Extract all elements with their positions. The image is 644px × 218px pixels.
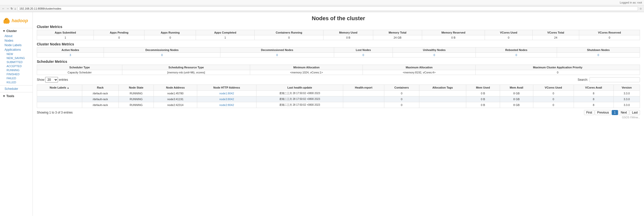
last-button[interactable]: Last: [630, 110, 640, 115]
sidebar-item-about[interactable]: About: [0, 34, 33, 38]
sidebar-item-killed[interactable]: KILLED: [0, 80, 33, 84]
val-vcores-reserved: 0: [579, 35, 640, 40]
search-label: Search:: [578, 78, 588, 81]
col-node-http-address[interactable]: Node HTTP Address: [197, 85, 256, 91]
val-unhealthy-nodes[interactable]: 0: [393, 53, 476, 58]
cell-last-health-update: 星期二三月 28 17:50:02 +0800 2023: [256, 102, 343, 108]
cell-node-address: node2:42314: [154, 102, 197, 108]
sidebar-item-accepted[interactable]: ACCEPTED: [0, 64, 33, 68]
col-node-labels[interactable]: Node Labels ▲: [37, 85, 82, 91]
page-1-button[interactable]: 1: [612, 110, 618, 115]
val-apps-submitted: 1: [37, 35, 94, 40]
sidebar-item-failed[interactable]: FAILED: [0, 76, 33, 80]
cell-mem-used: 0 B: [466, 91, 500, 96]
sidebar-item-submitted[interactable]: SUBMITTED: [0, 60, 33, 64]
col-vcores-used[interactable]: VCores Used: [533, 85, 574, 91]
nodes-controls: Show 10 20 25 50 100 entries Search:: [37, 77, 640, 83]
val-rebooted-nodes[interactable]: 0: [476, 53, 557, 58]
col-apps-submitted: Apps Submitted: [37, 30, 94, 35]
cell-mem-avail: 8 GB: [500, 96, 533, 102]
next-button[interactable]: Next: [619, 110, 629, 115]
col-vcores-avail[interactable]: VCores Avail: [574, 85, 613, 91]
col-apps-completed: Apps Completed: [196, 30, 254, 35]
sidebar-item-new[interactable]: NEW: [0, 52, 33, 56]
col-mem-avail[interactable]: Mem Avail: [500, 85, 533, 91]
col-containers-running: Containers Running: [254, 30, 323, 35]
sidebar-item-new-saving[interactable]: NEW_SAVING: [0, 56, 33, 60]
forward-icon[interactable]: →: [6, 7, 9, 10]
entries-label: entries: [59, 78, 68, 81]
val-apps-pending: 0: [94, 35, 144, 40]
first-button[interactable]: First: [584, 110, 594, 115]
col-node-state[interactable]: Node State: [119, 85, 154, 91]
svg-point-1: [5, 18, 9, 21]
cluster-nodes-metrics-title: Cluster Nodes Metrics: [37, 42, 640, 46]
sidebar-item-applications[interactable]: Applications: [0, 47, 33, 52]
col-rebooted-nodes: Rebooted Nodes: [476, 47, 557, 53]
col-rack[interactable]: Rack: [82, 85, 119, 91]
col-allocation-tags[interactable]: Allocation Tags: [419, 85, 466, 91]
val-decommissioning-nodes[interactable]: 0: [104, 53, 220, 58]
col-version[interactable]: Version: [613, 85, 640, 91]
val-memory-used: 0 B: [324, 35, 373, 40]
col-node-address[interactable]: Node Address: [154, 85, 197, 91]
col-unhealthy-nodes: Unhealthy Nodes: [393, 47, 476, 53]
search-input[interactable]: [590, 77, 640, 82]
col-mem-used[interactable]: Mem Used: [466, 85, 500, 91]
col-health-report[interactable]: Health-report: [343, 85, 384, 91]
col-decommissioning-nodes: Decommissioning Nodes: [104, 47, 220, 53]
val-memory-reserved: 0 B: [422, 35, 485, 40]
previous-button[interactable]: Previous: [595, 110, 611, 115]
cell-node-http-address[interactable]: node3:8042: [197, 96, 256, 102]
logo-area: hadoop: [0, 14, 33, 28]
cell-allocation-tags: [419, 102, 466, 108]
val-memory-total: 24 GB: [373, 35, 422, 40]
scheduler-metrics-title: Scheduler Metrics: [37, 60, 640, 64]
entries-select[interactable]: 10 20 25 50 100: [45, 77, 58, 83]
val-shutdown-nodes[interactable]: 0: [557, 53, 640, 58]
val-containers-running: 0: [254, 35, 323, 40]
nodes-table: Node Labels ▲ Rack Node State Node Addre…: [37, 85, 640, 108]
home-icon[interactable]: ⌂: [14, 7, 16, 10]
col-vcores-reserved: VCores Reserved: [579, 30, 640, 35]
sidebar-item-finished[interactable]: FINISHED: [0, 72, 33, 76]
cell-mem-avail: 8 GB: [500, 91, 533, 96]
cell-vcores-avail: 8: [574, 96, 613, 102]
url-bar[interactable]: [18, 6, 638, 11]
sort-icon-node-labels: ▲: [67, 87, 69, 89]
sidebar-item-scheduler[interactable]: Scheduler: [0, 87, 33, 91]
sidebar-item-nodes[interactable]: Nodes: [0, 38, 33, 43]
cluster-section: ▼ Cluster About Nodes Node Labels Applic…: [0, 28, 33, 84]
back-icon[interactable]: ←: [2, 7, 5, 10]
cell-node-labels: [37, 91, 82, 96]
tools-header[interactable]: ▼ Tools: [0, 93, 33, 99]
tools-section: ▼ Tools: [0, 93, 33, 99]
col-last-health-update[interactable]: Last health-update: [256, 85, 343, 91]
col-minimum-allocation: Minimum Allocation: [250, 65, 363, 70]
cell-node-state: RUNNING: [119, 96, 154, 102]
cell-health-report: [343, 96, 384, 102]
cell-containers: 0: [384, 102, 419, 108]
cell-allocation-tags: [419, 96, 466, 102]
table-row: /default-rack RUNNING node3:41191 node3:…: [37, 96, 640, 102]
cell-node-http-address[interactable]: node2:8042: [197, 102, 256, 108]
cell-health-report: [343, 102, 384, 108]
sidebar-item-running[interactable]: RUNNING: [0, 68, 33, 72]
bookmark-icon[interactable]: ☆: [639, 7, 642, 10]
col-memory-used: Memory Used: [324, 30, 373, 35]
col-containers[interactable]: Containers: [384, 85, 419, 91]
val-active-nodes[interactable]: 3: [37, 53, 104, 58]
val-lost-nodes[interactable]: 0: [334, 53, 393, 58]
sidebar: hadoop ▼ Cluster About Nodes Node Labels…: [0, 12, 33, 216]
val-decommissioned-nodes[interactable]: 0: [220, 53, 334, 58]
cell-vcores-used: 0: [533, 96, 574, 102]
cell-vcores-avail: 8: [574, 102, 613, 108]
sidebar-item-node-labels[interactable]: Node Labels: [0, 43, 33, 47]
logged-in-label: Logged in as: root: [620, 1, 642, 4]
reload-icon[interactable]: ↻: [11, 7, 13, 10]
page-title: Nodes of the cluster: [37, 15, 640, 22]
search-bar: Search:: [578, 77, 640, 82]
val-scheduling-resource-type: [memory-mb (unit=Mi), vcores]: [122, 70, 250, 75]
cell-node-http-address[interactable]: node1:8042: [197, 91, 256, 96]
cluster-header[interactable]: ▼ Cluster: [0, 28, 33, 34]
